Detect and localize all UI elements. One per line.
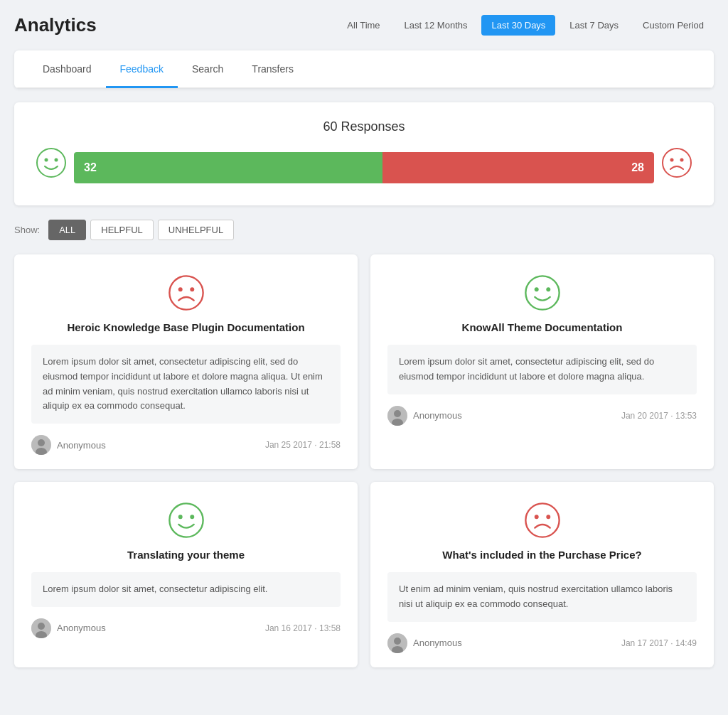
card-face-icon: [387, 274, 697, 311]
card-user: Anonymous: [387, 406, 462, 426]
svg-point-7: [178, 287, 182, 291]
show-filter-helpful[interactable]: HELPFUL: [90, 220, 154, 240]
feedback-card-0: Heroic Knowledge Base Plugin Documentati…: [14, 254, 358, 469]
avatar: [31, 435, 51, 455]
user-name: Anonymous: [413, 410, 462, 421]
svg-point-1: [45, 158, 48, 162]
time-filter-btn-4[interactable]: Custom Period: [633, 15, 714, 36]
svg-point-12: [525, 276, 559, 309]
card-title: KnowAll Theme Documentation: [387, 321, 697, 333]
time-filter-btn-3[interactable]: Last 7 Days: [560, 15, 628, 36]
feedback-card-1: KnowAll Theme Documentation Lorem ipsum …: [370, 254, 714, 469]
svg-point-3: [663, 149, 691, 177]
time-filter-group: All TimeLast 12 MonthsLast 30 DaysLast 7…: [337, 15, 714, 36]
feedback-card-2: Translating your theme Lorem ipsum dolor…: [14, 482, 358, 667]
responses-title: 60 Responses: [36, 119, 692, 134]
main-card: DashboardFeedbackSearchTransfers: [14, 50, 714, 88]
time-filter-btn-2[interactable]: Last 30 Days: [481, 15, 555, 36]
card-date: Jan 17 2017 · 14:49: [621, 638, 697, 648]
svg-point-22: [38, 623, 45, 630]
time-filter-btn-1[interactable]: Last 12 Months: [395, 15, 478, 36]
filter-buttons: ALLHELPFULUNHELPFUL: [48, 220, 234, 240]
tab-search[interactable]: Search: [178, 50, 237, 88]
page-header: Analytics All TimeLast 12 MonthsLast 30 …: [14, 14, 714, 36]
svg-point-5: [680, 158, 684, 162]
time-filter-btn-0[interactable]: All Time: [337, 15, 390, 36]
tab-dashboard[interactable]: Dashboard: [28, 50, 106, 88]
card-comment: Lorem ipsum dolor sit amet, consectetur …: [31, 345, 341, 424]
card-user: Anonymous: [31, 435, 106, 455]
card-comment: Lorem ipsum dolor sit amet, consectetur …: [387, 345, 697, 394]
tab-feedback[interactable]: Feedback: [106, 50, 178, 88]
unhelpful-bar: 28: [382, 152, 654, 183]
tab-transfers[interactable]: Transfers: [237, 50, 308, 88]
avatar: [31, 618, 51, 638]
svg-point-13: [534, 287, 538, 291]
responses-section: 60 Responses 32 28: [14, 102, 714, 205]
show-filter-row: Show: ALLHELPFULUNHELPFUL: [14, 220, 714, 240]
svg-point-0: [37, 149, 65, 177]
show-filter-all[interactable]: ALL: [48, 220, 86, 240]
card-footer: Anonymous Jan 16 2017 · 13:58: [31, 618, 341, 638]
card-comment: Lorem ipsum dolor sit amet, consectetur …: [31, 572, 341, 607]
svg-point-19: [178, 515, 182, 520]
card-user: Anonymous: [387, 633, 462, 653]
user-name: Anonymous: [413, 638, 462, 648]
card-face-icon: [387, 502, 697, 539]
response-bar-wrapper: 32 28: [74, 152, 654, 183]
show-filter-unhelpful[interactable]: UNHELPFUL: [158, 220, 234, 240]
show-label: Show:: [14, 225, 40, 235]
svg-point-18: [169, 504, 203, 537]
svg-point-25: [534, 515, 538, 520]
feedback-cards-grid: Heroic Knowledge Base Plugin Documentati…: [14, 254, 714, 667]
svg-point-26: [546, 515, 550, 520]
card-comment: Ut enim ad minim veniam, quis nostrud ex…: [387, 572, 697, 622]
avatar: [387, 406, 407, 426]
helpful-bar: 32: [74, 152, 382, 183]
happy-face-left: [36, 147, 67, 178]
svg-point-6: [169, 276, 203, 309]
card-user: Anonymous: [31, 618, 106, 638]
svg-point-14: [546, 287, 550, 291]
user-name: Anonymous: [57, 440, 106, 451]
page-title: Analytics: [14, 14, 97, 36]
card-date: Jan 16 2017 · 13:58: [265, 623, 341, 633]
svg-point-8: [190, 287, 194, 291]
user-name: Anonymous: [57, 623, 106, 633]
card-date: Jan 20 2017 · 13:53: [621, 411, 697, 421]
card-face-icon: [31, 274, 341, 311]
avatar: [387, 633, 407, 653]
tabs-container: DashboardFeedbackSearchTransfers: [14, 50, 714, 88]
svg-point-2: [55, 158, 58, 162]
card-title: What's included in the Purchase Price?: [387, 549, 697, 561]
card-date: Jan 25 2017 · 21:58: [265, 440, 341, 450]
card-face-icon: [31, 502, 341, 539]
feedback-card-3: What's included in the Purchase Price? U…: [370, 482, 714, 667]
svg-point-24: [525, 504, 559, 537]
card-title: Translating your theme: [31, 549, 341, 561]
svg-point-20: [190, 515, 194, 520]
card-title: Heroic Knowledge Base Plugin Documentati…: [31, 321, 341, 333]
svg-point-16: [394, 410, 401, 417]
card-footer: Anonymous Jan 20 2017 · 13:53: [387, 406, 697, 426]
sad-face-right: [661, 147, 692, 178]
svg-point-4: [670, 158, 674, 162]
svg-point-28: [394, 638, 401, 645]
feedback-bar: 32 28: [36, 147, 692, 188]
svg-point-10: [38, 439, 45, 446]
card-footer: Anonymous Jan 25 2017 · 21:58: [31, 435, 341, 455]
card-footer: Anonymous Jan 17 2017 · 14:49: [387, 633, 697, 653]
